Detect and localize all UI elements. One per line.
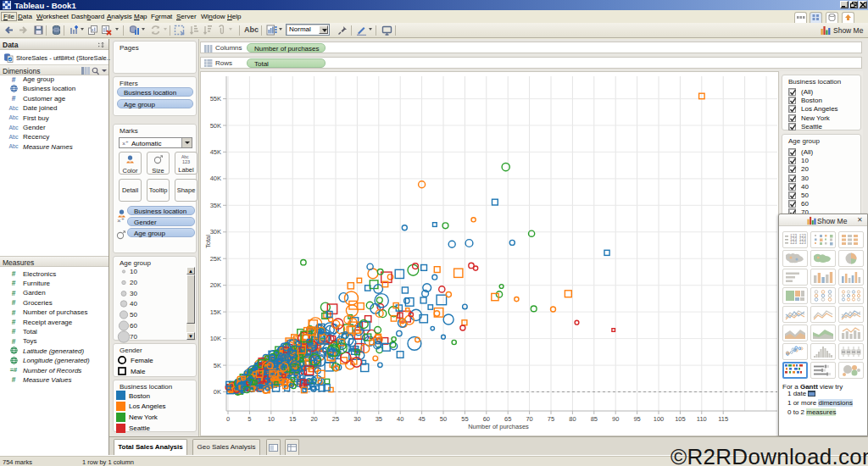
svg-text:Number of purchases: Number of purchases — [468, 423, 529, 430]
svg-text:45K: 45K — [210, 148, 221, 156]
svg-text:123 123: 123 123 — [790, 241, 806, 245]
svg-text:30: 30 — [353, 415, 360, 423]
svg-text:25: 25 — [332, 415, 339, 423]
svg-text:100: 100 — [654, 415, 665, 423]
svg-text:123: 123 — [182, 159, 190, 164]
svg-text:0: 0 — [226, 415, 230, 423]
svg-text:110: 110 — [697, 415, 707, 423]
svg-text:15K: 15K — [210, 308, 221, 316]
svg-text:95: 95 — [633, 415, 640, 423]
svg-text:40K: 40K — [210, 175, 221, 182]
svg-text:20K: 20K — [210, 281, 221, 289]
svg-text:50: 50 — [440, 415, 447, 423]
svg-text:65: 65 — [504, 415, 511, 423]
svg-text:5K: 5K — [214, 362, 221, 369]
svg-text:10K: 10K — [210, 335, 221, 342]
svg-text:40: 40 — [397, 415, 403, 423]
svg-text:0K: 0K — [214, 388, 221, 396]
svg-text:15: 15 — [289, 415, 296, 423]
svg-text:105: 105 — [675, 415, 686, 423]
svg-text:20: 20 — [310, 415, 317, 423]
svg-text:75: 75 — [548, 415, 554, 423]
svg-text:90: 90 — [612, 415, 619, 423]
svg-text:5: 5 — [248, 415, 251, 423]
svg-text:60: 60 — [483, 415, 490, 423]
svg-text:50K: 50K — [210, 122, 221, 130]
svg-text:45: 45 — [418, 415, 425, 423]
svg-text:115: 115 — [718, 415, 728, 423]
svg-text:35: 35 — [376, 415, 382, 423]
svg-text:Total: Total — [204, 235, 212, 248]
svg-text:80: 80 — [569, 415, 576, 423]
svg-text:10: 10 — [268, 415, 275, 423]
svg-text:85: 85 — [591, 415, 598, 423]
svg-text:70: 70 — [526, 415, 532, 423]
svg-text:30K: 30K — [210, 228, 221, 236]
svg-text:25K: 25K — [210, 255, 221, 263]
svg-text:55: 55 — [461, 415, 468, 423]
svg-text:55K: 55K — [210, 95, 221, 103]
svg-text:35K: 35K — [210, 202, 221, 209]
